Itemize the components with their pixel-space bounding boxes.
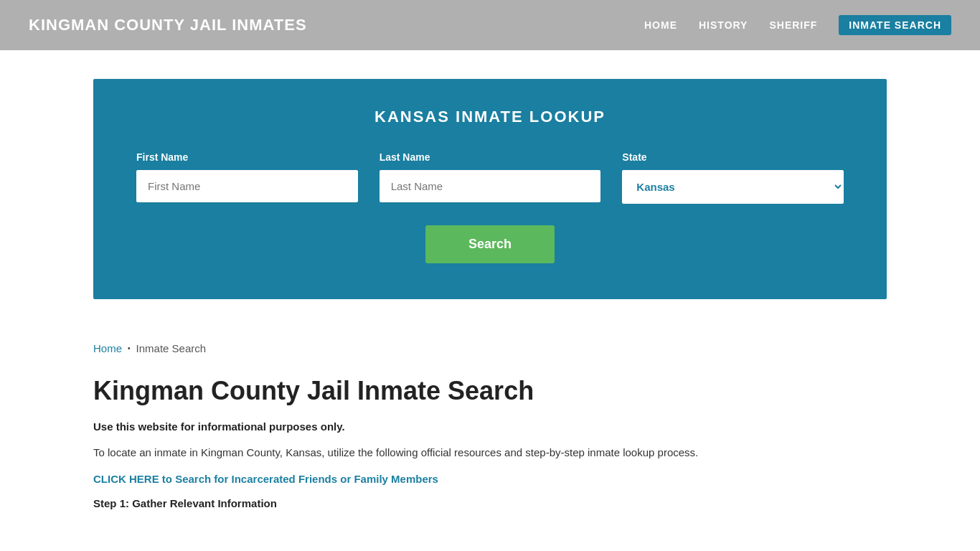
first-name-input[interactable] xyxy=(136,170,358,202)
site-header: KINGMAN COUNTY JAIL INMATES HOME HISTORY… xyxy=(0,0,980,50)
last-name-label: Last Name xyxy=(380,151,601,163)
nav-history[interactable]: HISTORY xyxy=(699,19,748,31)
last-name-input[interactable] xyxy=(380,170,601,202)
nav-inmate-search[interactable]: INMATE SEARCH xyxy=(839,15,951,35)
step1-title: Step 1: Gather Relevant Information xyxy=(93,497,887,509)
breadcrumb-home[interactable]: Home xyxy=(93,342,122,354)
main-content: Kingman County Jail Inmate Search Use th… xyxy=(0,369,980,538)
first-name-label: First Name xyxy=(136,151,358,163)
search-btn-row: Search xyxy=(136,225,844,263)
breadcrumb: Home • Inmate Search xyxy=(0,328,980,369)
nav-sheriff[interactable]: SHERIFF xyxy=(769,19,817,31)
lookup-title: KANSAS INMATE LOOKUP xyxy=(136,108,844,126)
first-name-group: First Name xyxy=(136,151,358,204)
breadcrumb-current: Inmate Search xyxy=(136,342,207,354)
cta-link[interactable]: CLICK HERE to Search for Incarcerated Fr… xyxy=(93,473,438,485)
site-title: KINGMAN COUNTY JAIL INMATES xyxy=(29,16,307,34)
state-label: State xyxy=(622,151,844,163)
informational-subtitle: Use this website for informational purpo… xyxy=(93,420,887,433)
state-group: State Kansas xyxy=(622,151,844,204)
form-fields-row: First Name Last Name State Kansas xyxy=(136,151,844,204)
main-description: To locate an inmate in Kingman County, K… xyxy=(93,444,887,461)
nav-home[interactable]: HOME xyxy=(644,19,677,31)
search-button[interactable]: Search xyxy=(425,225,555,263)
main-nav: HOME HISTORY SHERIFF INMATE SEARCH xyxy=(644,15,951,35)
last-name-group: Last Name xyxy=(380,151,601,204)
page-title: Kingman County Jail Inmate Search xyxy=(93,376,887,406)
state-select[interactable]: Kansas xyxy=(622,170,844,204)
breadcrumb-separator: • xyxy=(128,344,131,352)
inmate-lookup-section: KANSAS INMATE LOOKUP First Name Last Nam… xyxy=(93,79,887,299)
